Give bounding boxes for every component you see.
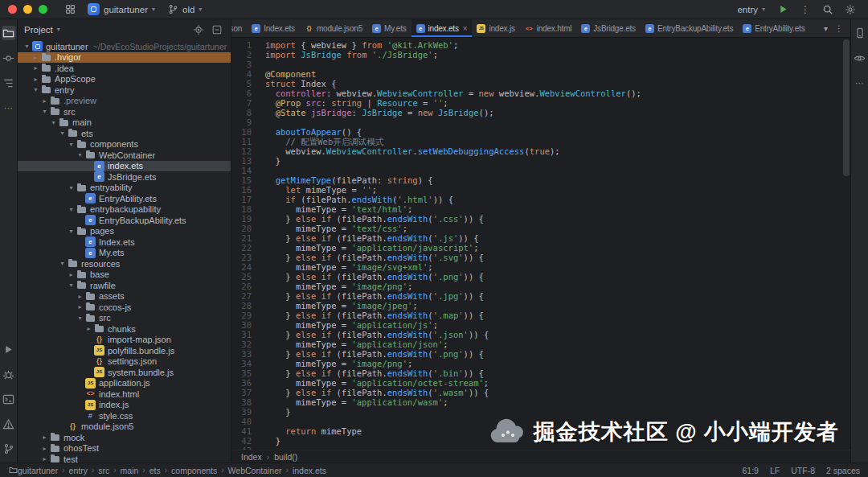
tree-row[interactable]: ▾src [18, 313, 231, 324]
project-selector[interactable]: guitartuner ▾ [83, 2, 160, 17]
tree-row[interactable]: ▾components [18, 139, 231, 150]
editor-scrollbar[interactable] [843, 39, 850, 448]
breadcrumb-item[interactable]: build() [274, 452, 297, 462]
scrollbar-thumb[interactable] [843, 39, 850, 176]
code-line[interactable]: mimeType = 'text/css'; [265, 224, 850, 233]
tree-row[interactable]: ▸test [18, 454, 231, 463]
code-line[interactable]: } else if (filePath.endsWith('.png')) { [265, 349, 850, 359]
tree-row[interactable]: ▸chunks [18, 323, 231, 335]
more-tools-button[interactable]: ⋯ [853, 76, 867, 90]
chevron-down-icon[interactable]: ▾ [31, 86, 40, 93]
tree-row[interactable]: application.js [18, 378, 231, 389]
vcs-branch-button[interactable]: old ▾ [163, 2, 207, 16]
tree-row[interactable]: ▸assets [18, 291, 231, 302]
main-menu-button[interactable] [60, 2, 80, 18]
code-line[interactable]: mimeType = 'application/json'; [265, 339, 850, 349]
tree-row[interactable]: ▸AppScope [18, 74, 231, 85]
locate-file-button[interactable] [191, 23, 206, 37]
tree-row[interactable]: ▾guitartuner~/DevEcoStudioProjects/guita… [18, 41, 231, 52]
cursor-position[interactable]: 61:9 [743, 466, 759, 475]
tree-row[interactable]: index.js [18, 400, 231, 411]
code-line[interactable]: @Component [265, 69, 850, 79]
tree-row[interactable]: polyfills.bundle.js [18, 345, 231, 356]
code-line[interactable]: } [265, 156, 850, 166]
chevron-down-icon[interactable]: ▾ [58, 260, 67, 267]
code-line[interactable]: } else if (filePath.endsWith('.map')) { [265, 310, 850, 320]
chevron-down-icon[interactable]: ▾ [58, 130, 67, 137]
editor-tab[interactable]: My.ets [367, 19, 411, 37]
more-tools-button[interactable]: ⋯ [2, 101, 16, 115]
line-separator[interactable]: LF [770, 466, 780, 475]
code-line[interactable] [265, 166, 850, 175]
tree-row[interactable]: index.ets [18, 161, 231, 172]
chevron-down-icon[interactable]: ▾ [76, 151, 84, 158]
code-line[interactable]: mimeType = 'application/js'; [265, 320, 850, 330]
editor-tab[interactable]: EntryBackupAbility.ets [641, 19, 738, 37]
code-line[interactable]: } else if (filePath.endsWith('.wasm')) { [265, 388, 850, 397]
tree-row[interactable]: ▾resources [18, 258, 231, 269]
chevron-down-icon[interactable]: ▾ [23, 43, 31, 50]
minimize-window-button[interactable] [23, 5, 32, 14]
more-actions-button[interactable]: ⋮ [796, 2, 815, 18]
code-line[interactable]: aboutToAppear() { [265, 127, 850, 137]
tree-row[interactable]: ▾main [18, 117, 231, 129]
path-item[interactable]: src [98, 466, 109, 475]
device-manager-tool-button[interactable] [853, 26, 867, 40]
code-line[interactable]: import { webview } from '@kit.ArkWeb'; [265, 40, 850, 50]
chevron-down-icon[interactable]: ▾ [67, 184, 76, 191]
code-editor[interactable]: 1234567891011121314151617181920212223242… [231, 38, 850, 450]
tree-row[interactable]: ▸cocos-js [18, 302, 231, 313]
tree-row[interactable]: EntryAbility.ets [18, 193, 231, 204]
code-line[interactable]: } else if (filePath.endsWith('.jpg')) { [265, 291, 850, 301]
path-item[interactable]: guitartuner [18, 466, 58, 475]
path-item[interactable]: main [121, 466, 139, 475]
previewer-tool-button[interactable] [853, 51, 867, 65]
code-line[interactable]: struct Index { [265, 79, 850, 88]
tree-row[interactable]: JsBridge.ets [18, 171, 231, 183]
code-line[interactable]: mimeType = 'application/wasm'; [265, 397, 850, 407]
tree-row[interactable]: ▸.idea [18, 63, 231, 74]
code-line[interactable]: return mimeType [265, 426, 850, 436]
code-line[interactable] [265, 117, 850, 127]
collapse-all-button[interactable] [210, 23, 224, 37]
tree-row[interactable]: ▾ets [18, 128, 231, 139]
tree-row[interactable]: ▾pages [18, 226, 231, 237]
chevron-right-icon[interactable]: ▸ [40, 97, 49, 105]
chevron-down-icon[interactable]: ▾ [40, 108, 49, 115]
code-line[interactable]: getMimeType(filePath: string) { [265, 175, 850, 185]
code-line[interactable]: } else if (filePath.endsWith('.js')) { [265, 233, 850, 243]
editor-tab[interactable]: index.html [520, 19, 577, 37]
path-item[interactable]: ets [149, 466, 161, 475]
editor-tab[interactable]: module.json5 [300, 19, 367, 37]
chevron-down-icon[interactable]: ▾ [67, 206, 76, 213]
chevron-right-icon[interactable]: ▸ [40, 455, 49, 463]
tree-row[interactable]: ▾src [18, 106, 231, 117]
tree-row[interactable]: ▸mock [18, 432, 231, 443]
file-encoding[interactable]: UTF-8 [791, 466, 815, 475]
code-line[interactable]: if (filePath.endsWith('.html')) { [265, 195, 850, 204]
chevron-right-icon[interactable]: ▸ [31, 64, 40, 72]
code-line[interactable]: mimeType = 'image/svg+xml'; [265, 262, 850, 272]
editor-tab[interactable]: index.ets× [411, 19, 473, 37]
chevron-right-icon[interactable]: ▸ [31, 54, 40, 61]
tree-row[interactable]: My.ets [18, 248, 231, 259]
debug-tool-button[interactable] [2, 367, 16, 381]
code-line[interactable]: } else if (filePath.endsWith('.json')) { [265, 330, 850, 339]
code-line[interactable] [265, 60, 850, 69]
tab-options-button[interactable]: ⋮ [835, 24, 843, 33]
editor-tab[interactable]: .json [231, 19, 247, 37]
indent-style[interactable]: 2 spaces [826, 466, 860, 475]
chevron-down-icon[interactable]: ▾ [67, 228, 76, 235]
code-line[interactable] [265, 446, 850, 450]
tree-row[interactable]: ▸base [18, 269, 231, 281]
chevron-right-icon[interactable]: ▸ [67, 271, 76, 278]
tree-row[interactable]: ▸.hvigor [18, 52, 231, 64]
chevron-right-icon[interactable]: ▸ [84, 325, 93, 332]
code-line[interactable]: // 配置Web开启调试模式 [265, 137, 850, 146]
chevron-down-icon[interactable]: ▾ [49, 119, 58, 126]
code-line[interactable]: mimeType = 'image/jpeg'; [265, 301, 850, 310]
code-line[interactable]: } else if (filePath.endsWith('.css')) { [265, 214, 850, 224]
tree-row[interactable]: style.css [18, 410, 231, 421]
tree-row[interactable]: system.bundle.js [18, 367, 231, 378]
chevron-right-icon[interactable]: ▸ [40, 445, 49, 452]
